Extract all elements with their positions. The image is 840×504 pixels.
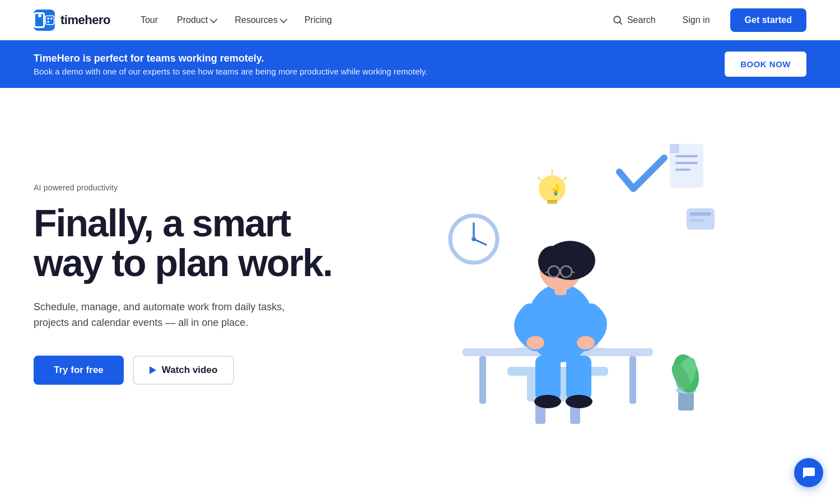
svg-rect-2: [50, 17, 52, 19]
hero-svg-illustration: 💡: [423, 127, 715, 441]
hero-title: Finally, a smart way to plan work.: [34, 203, 332, 283]
hero-subtitle: Schedule, manage, and automate work from…: [34, 299, 291, 332]
svg-rect-11: [547, 200, 557, 204]
svg-rect-20: [670, 144, 678, 152]
svg-point-45: [577, 336, 595, 349]
svg-point-48: [534, 395, 561, 408]
svg-rect-1: [48, 17, 49, 19]
play-icon: [150, 366, 156, 374]
svg-rect-22: [690, 212, 711, 216]
watch-video-button[interactable]: Watch video: [133, 356, 235, 385]
nav-tour[interactable]: Tour: [133, 11, 166, 30]
hero-illustration: 💡: [332, 127, 806, 441]
signin-button[interactable]: Sign in: [674, 11, 719, 30]
svg-text:💡: 💡: [549, 184, 562, 196]
banner-title: TimeHero is perfect for teams working re…: [34, 53, 427, 64]
promo-banner: TimeHero is perfect for teams working re…: [0, 40, 840, 88]
hero-section: AI powered productivity Finally, a smart…: [0, 88, 840, 446]
resources-chevron-icon: [279, 15, 287, 23]
getstarted-button[interactable]: Get started: [730, 8, 806, 32]
logo[interactable]: timehero: [34, 10, 110, 31]
logo-icon: [34, 10, 55, 31]
banner-subtitle: Book a demo with one of our experts to s…: [34, 67, 427, 76]
hero-buttons: Try for free Watch video: [34, 356, 332, 385]
svg-rect-47: [566, 356, 591, 400]
logo-text: timehero: [60, 13, 110, 27]
nav-left: timehero Tour Product Resources Pricing: [34, 10, 340, 31]
svg-rect-3: [48, 21, 49, 22]
nav-product[interactable]: Product: [169, 11, 223, 30]
search-button[interactable]: Search: [606, 11, 662, 30]
banner-content: TimeHero is perfect for teams working re…: [34, 53, 427, 76]
svg-point-49: [566, 395, 592, 408]
nav-menu: Tour Product Resources Pricing: [133, 11, 340, 30]
chat-icon: [801, 465, 816, 480]
nav-resources[interactable]: Resources: [227, 11, 293, 30]
chat-bubble[interactable]: [794, 458, 823, 487]
search-icon: [613, 15, 623, 25]
hero-tag: AI powered productivity: [34, 183, 332, 192]
book-now-button[interactable]: BOOK NOW: [725, 52, 806, 77]
nav-pricing[interactable]: Pricing: [297, 11, 340, 30]
svg-line-5: [620, 22, 622, 24]
svg-point-38: [538, 246, 566, 277]
nav-right: Search Sign in Get started: [606, 8, 806, 32]
svg-line-13: [538, 177, 541, 180]
navbar: timehero Tour Product Resources Pricing …: [0, 0, 840, 40]
svg-rect-0: [45, 16, 54, 24]
svg-point-44: [526, 336, 544, 349]
svg-line-9: [474, 239, 486, 245]
svg-rect-26: [629, 356, 636, 404]
svg-line-14: [563, 177, 567, 180]
svg-rect-23: [690, 219, 704, 222]
product-chevron-icon: [210, 15, 218, 23]
svg-rect-25: [479, 356, 486, 404]
svg-rect-46: [535, 356, 561, 400]
logo-svg: [45, 12, 55, 28]
hero-left: AI powered productivity Finally, a smart…: [34, 183, 332, 385]
try-free-button[interactable]: Try for free: [34, 356, 124, 385]
